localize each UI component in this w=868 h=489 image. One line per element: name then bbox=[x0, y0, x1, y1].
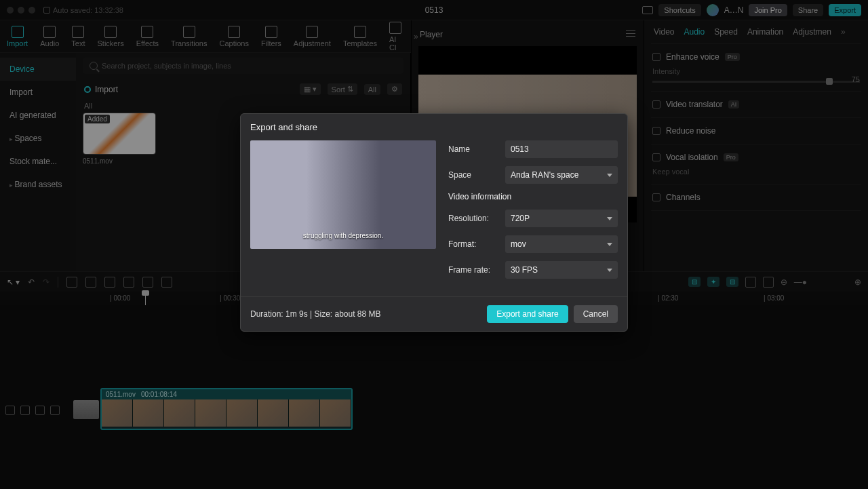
preview-subtitle: struggling with depression. bbox=[250, 232, 436, 239]
modal-title: Export and share bbox=[241, 114, 627, 140]
space-label: Space bbox=[448, 170, 498, 180]
video-info-header: Video information bbox=[448, 192, 618, 201]
export-preview: struggling with depression. bbox=[250, 140, 436, 249]
chevron-down-icon bbox=[607, 243, 612, 246]
chevron-down-icon bbox=[607, 269, 612, 272]
resolution-select[interactable]: 720P bbox=[505, 210, 618, 227]
chevron-down-icon bbox=[607, 174, 612, 177]
export-share-button[interactable]: Export and share bbox=[487, 305, 568, 323]
export-info: Duration: 1m 9s | Size: about 88 MB bbox=[250, 309, 381, 319]
chevron-down-icon bbox=[607, 217, 612, 220]
framerate-label: Frame rate: bbox=[448, 265, 498, 275]
format-label: Format: bbox=[448, 239, 498, 249]
export-modal: Export and share struggling with depress… bbox=[240, 113, 628, 332]
name-input[interactable] bbox=[505, 140, 618, 158]
framerate-select[interactable]: 30 FPS bbox=[505, 261, 618, 279]
cancel-button[interactable]: Cancel bbox=[574, 305, 618, 323]
name-label: Name bbox=[448, 144, 498, 154]
space-select[interactable]: Anda RAN's space bbox=[505, 166, 618, 184]
format-select[interactable]: mov bbox=[505, 235, 618, 253]
resolution-label: Resolution: bbox=[448, 214, 498, 223]
